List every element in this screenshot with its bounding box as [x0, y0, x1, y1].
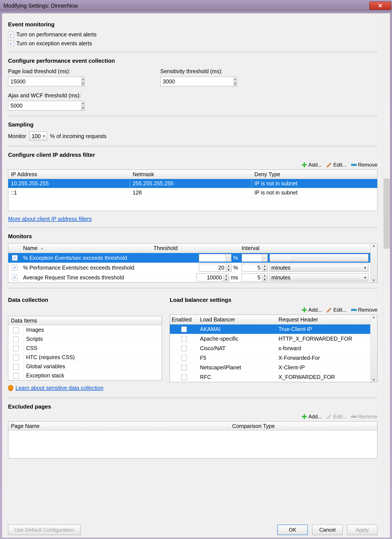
interval-unit-select[interactable]: minutes▼ — [269, 274, 369, 281]
scroll-down-icon: ▼ — [373, 378, 375, 381]
link-sensitive-data[interactable]: Learn about sensitive data collection — [15, 385, 103, 391]
checkbox[interactable]: ✓ — [13, 373, 19, 379]
chevron-down-icon: ▼ — [43, 134, 45, 138]
checkbox[interactable]: ✓ — [12, 255, 18, 261]
use-default-button[interactable]: Use Default Configuration — [8, 525, 80, 535]
spin-ajax[interactable]: ▲▼ — [81, 101, 85, 111]
threshold-input[interactable]: 20▲▼ — [199, 264, 231, 272]
table-row[interactable]: ✓Average Request Time exceeds threshold1… — [8, 273, 370, 283]
input-ajax[interactable] — [8, 101, 81, 111]
close-button[interactable]: ✕ — [369, 1, 391, 10]
checkbox[interactable]: ✓ — [12, 265, 18, 270]
checkbox[interactable]: ✓ — [13, 346, 19, 351]
edit-button[interactable]: Edit... — [326, 162, 347, 168]
spin-sensitivity[interactable]: ▲▼ — [234, 77, 237, 86]
scrollbar-vertical[interactable] — [383, 13, 390, 538]
lb-edit-button[interactable]: Edit... — [326, 307, 347, 313]
titlebar: Modifying Settings: DinnerNow ✕ — [0, 0, 392, 11]
pencil-icon — [326, 162, 332, 168]
interval-input[interactable]: 5▲▼ — [242, 254, 268, 262]
cancel-button[interactable]: Cancel — [312, 525, 343, 535]
table-row[interactable]: ✓Apache-specificHTTP_X_FORWARDED_FOR — [170, 334, 370, 344]
link-ip-filter-more[interactable]: More about client IP address filters — [8, 216, 92, 222]
input-sensitivity[interactable] — [160, 77, 234, 86]
col-data-items[interactable]: Data Items — [8, 316, 162, 325]
input-page-load[interactable] — [8, 77, 81, 86]
window-title: Modifying Settings: DinnerNow — [4, 3, 78, 9]
checkbox[interactable]: ✓ — [181, 327, 187, 332]
list-item[interactable]: ✓Global variables — [8, 362, 162, 371]
checkbox[interactable]: ✓ — [13, 355, 19, 361]
select-monitor-pct[interactable]: 100 ▼ — [29, 131, 47, 141]
list-item[interactable]: ✓Images — [8, 325, 162, 335]
plus-icon — [302, 414, 307, 419]
list-item[interactable]: ✓HTC (requires CSS) — [8, 353, 162, 362]
sort-asc-icon: ▲ — [41, 246, 44, 250]
table-row[interactable]: 10.255.255.255255.255.255.255IP is not i… — [8, 179, 377, 188]
minus-icon — [351, 164, 357, 166]
label-exc-alerts: Turn on exception events alerts — [16, 40, 92, 47]
checkbox[interactable]: ✓ — [181, 365, 187, 371]
scroll-up-icon: ▲ — [373, 244, 375, 247]
lb-remove-button[interactable]: Remove — [351, 307, 378, 313]
col-mon-interval[interactable]: Interval — [240, 243, 370, 253]
checkbox[interactable]: ✓ — [181, 374, 187, 380]
threshold-input[interactable]: 15▲▼ — [199, 254, 231, 262]
scroll-up-icon: ▲ — [373, 315, 375, 319]
col-mon-threshold[interactable]: Threshold — [152, 243, 240, 253]
table-row[interactable]: ✓F5X-Forwarded-For — [170, 353, 370, 363]
checkbox[interactable]: ✓ — [13, 337, 19, 342]
remove-button[interactable]: Remove — [351, 162, 378, 168]
interval-input[interactable]: 5▲▼ — [242, 264, 268, 272]
table-row[interactable]: ::1128IP is not in subnet — [8, 188, 377, 197]
lb-add-button[interactable]: Add... — [302, 307, 322, 313]
threshold-input[interactable]: 10000▲▼ — [196, 274, 229, 281]
checkbox[interactable]: ✓ — [181, 355, 187, 361]
scrollbar-thumb[interactable] — [384, 179, 390, 249]
checkbox[interactable]: ✓ — [13, 364, 19, 370]
pencil-icon — [326, 414, 332, 419]
table-row[interactable]: ✓Cisco/NATx-forward — [170, 344, 370, 353]
checkbox-perf-alerts[interactable]: ✓ — [8, 32, 14, 38]
col-ip[interactable]: IP Address — [8, 170, 130, 179]
ex-edit-button[interactable]: Edit... — [326, 414, 347, 420]
table-row[interactable]: ✓% Performance Events/sec exceeds thresh… — [8, 263, 370, 273]
ex-remove-button[interactable]: Remove — [351, 414, 378, 420]
close-icon: ✕ — [378, 2, 383, 9]
table-row[interactable]: ✓RFCX_FORWARDED_FOR — [170, 372, 370, 382]
table-row[interactable]: ✓Netscape/iPlanetX-Client-IP — [170, 363, 370, 372]
checkbox[interactable]: ✓ — [181, 346, 187, 351]
col-ex-comp[interactable]: Comparison Type — [230, 422, 377, 431]
ex-add-button[interactable]: Add... — [302, 414, 322, 420]
plus-icon — [302, 162, 307, 168]
scroll-down-icon: ▼ — [373, 279, 375, 282]
col-lb-enabled[interactable]: Enabled — [170, 315, 198, 324]
interval-unit-select[interactable]: minutes▼ — [269, 264, 369, 272]
label-sensitivity: Sensitivity threshold (ms): — [160, 68, 234, 74]
checkbox-exc-alerts[interactable]: ✓ — [8, 41, 14, 46]
col-mon-name[interactable]: Name ▲ — [21, 243, 152, 253]
lb-scrollbar[interactable]: ▲ ▼ — [370, 315, 377, 382]
col-netmask[interactable]: Netmask — [130, 170, 252, 179]
list-item[interactable]: ✓Scripts — [8, 335, 162, 344]
checkbox[interactable]: ✓ — [12, 275, 18, 280]
apply-button[interactable]: Apply — [347, 525, 378, 535]
list-item[interactable]: ✓Exception stack — [8, 371, 162, 380]
interval-unit-select[interactable]: minutes▼ — [269, 254, 369, 262]
table-row[interactable]: ✓% Exception Events/sec exceeds threshol… — [8, 253, 370, 263]
col-lb-name[interactable]: Load Balancer — [198, 315, 277, 324]
checkbox[interactable]: ✓ — [13, 327, 19, 333]
col-ex-page[interactable]: Page Name — [8, 422, 230, 431]
spin-page-load[interactable]: ▲▼ — [81, 77, 85, 86]
table-row[interactable]: ✓AKAMAITrue-Client-IP — [170, 324, 370, 334]
col-lb-header[interactable]: Request Header — [277, 315, 370, 324]
section-event-monitoring: Event monitoring — [8, 21, 378, 28]
col-deny[interactable]: Deny Type — [252, 170, 377, 179]
list-item[interactable]: ✓CSS — [8, 344, 162, 353]
monitors-scrollbar[interactable]: ▲ ▼ — [370, 243, 377, 283]
ok-button[interactable]: OK — [277, 525, 308, 535]
monitors-table: Name ▲ Threshold Interval ✓% Exception E… — [8, 243, 378, 283]
checkbox[interactable]: ✓ — [181, 336, 187, 342]
interval-input[interactable]: 5▲▼ — [242, 274, 268, 281]
add-button[interactable]: Add... — [302, 162, 322, 168]
